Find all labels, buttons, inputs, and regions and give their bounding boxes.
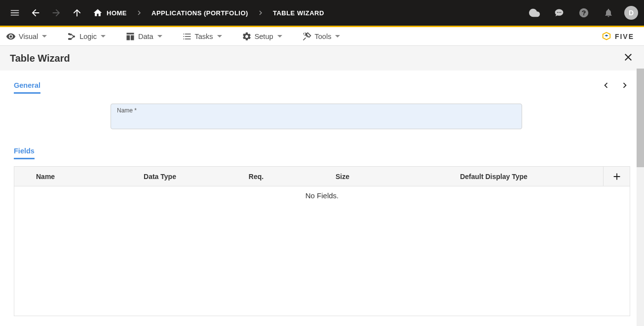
tab-fields[interactable]: Fields (14, 144, 35, 159)
menu-tools[interactable]: Tools (302, 32, 341, 41)
col-header-name: Name (14, 173, 108, 181)
hamburger-menu-icon[interactable] (6, 4, 24, 22)
menu-label: Data (138, 33, 153, 40)
help-icon[interactable] (575, 4, 593, 22)
grid-empty-message: No Fields. (305, 191, 339, 316)
menu-visual[interactable]: Visual (6, 32, 47, 41)
chevron-right-icon (135, 8, 144, 17)
chevron-down-icon (101, 35, 106, 37)
col-header-datatype: Data Type (108, 173, 212, 181)
chat-icon[interactable] (550, 4, 568, 22)
breadcrumb-table-wizard[interactable]: TABLE WIZARD (273, 9, 324, 17)
add-field-button[interactable] (603, 167, 630, 186)
col-header-default-display: Default Display Type (384, 173, 603, 181)
nav-next-button[interactable] (619, 80, 630, 93)
menu-label: Tools (315, 33, 332, 40)
chevron-down-icon (277, 35, 282, 37)
nav-prev-button[interactable] (601, 80, 611, 93)
scrollbar-thumb[interactable] (637, 69, 644, 167)
name-label: Name * (117, 107, 137, 114)
col-header-req: Req. (212, 173, 301, 181)
menu-label: Visual (19, 33, 38, 40)
chevron-right-icon (256, 8, 265, 17)
avatar[interactable]: D (624, 6, 638, 20)
breadcrumb-home[interactable]: HOME (107, 9, 127, 17)
chevron-down-icon (217, 35, 222, 37)
cloud-sync-icon[interactable] (526, 4, 543, 22)
page-title: Table Wizard (10, 53, 70, 64)
menu-label: Tasks (195, 33, 213, 40)
close-button[interactable] (622, 51, 634, 65)
chevron-down-icon (42, 35, 47, 37)
chevron-down-icon (335, 35, 340, 37)
svg-point-2 (559, 12, 560, 13)
nav-forward-button (47, 4, 65, 22)
tab-general[interactable]: General (14, 78, 40, 94)
scrollbar[interactable] (637, 69, 644, 326)
breadcrumb: HOME APPLICATIONS (PORTFOLIO) TABLE WIZA… (93, 8, 324, 18)
notifications-icon[interactable] (600, 4, 617, 22)
nav-up-button[interactable] (68, 4, 86, 22)
col-header-size: Size (301, 173, 384, 181)
name-field-wrapper[interactable]: Name * (111, 104, 522, 129)
svg-point-1 (557, 12, 558, 13)
menu-label: Setup (255, 33, 273, 40)
breadcrumb-applications[interactable]: APPLICATIONS (PORTFOLIO) (152, 9, 248, 17)
nav-back-button[interactable] (27, 4, 44, 22)
menu-logic[interactable]: Logic (67, 32, 106, 41)
menu-label: Logic (79, 33, 97, 40)
name-input[interactable] (117, 113, 516, 121)
menu-setup[interactable]: Setup (242, 32, 282, 41)
home-icon (93, 8, 103, 18)
brand-logo: FIVE (601, 31, 638, 42)
svg-point-3 (561, 12, 562, 13)
menu-data[interactable]: Data (125, 32, 162, 41)
svg-point-0 (534, 13, 537, 15)
chevron-down-icon (157, 35, 162, 37)
menu-tasks[interactable]: Tasks (182, 32, 222, 41)
